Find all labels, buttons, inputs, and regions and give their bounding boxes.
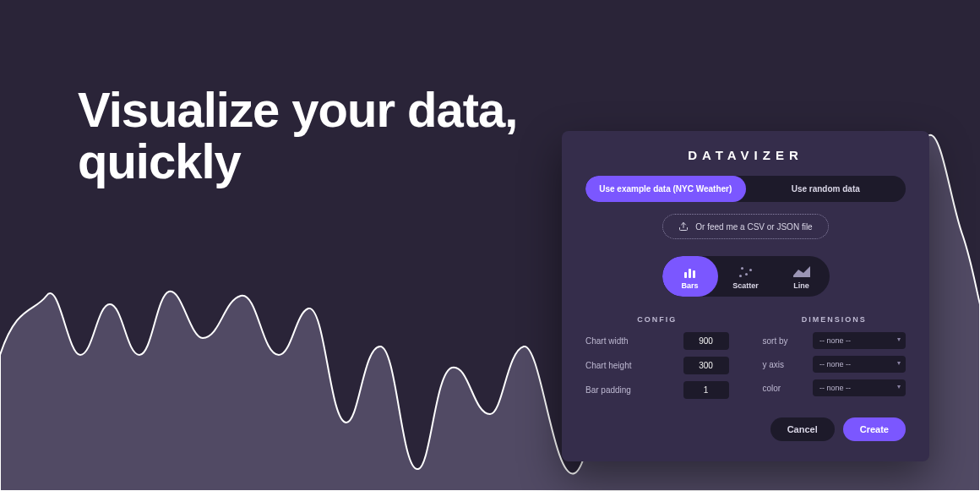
use-random-data-button[interactable]: Use random data (746, 176, 906, 202)
chart-height-label: Chart height (585, 361, 631, 370)
y-axis-label: y axis (763, 360, 785, 369)
dimensions-heading: DIMENSIONS (763, 315, 906, 324)
color-label: color (763, 384, 781, 393)
sort-by-select[interactable]: -- none -- (813, 332, 906, 349)
headline-line2: quickly (78, 136, 517, 188)
config-section: CONFIG Chart width Chart height Bar padd… (585, 315, 729, 406)
line-icon (774, 265, 830, 278)
upload-icon (678, 221, 689, 232)
data-source-toggle: Use example data (NYC Weather) Use rando… (585, 176, 906, 202)
chart-width-label: Chart width (585, 336, 629, 346)
chart-height-input[interactable] (683, 357, 729, 374)
create-button[interactable]: Create (843, 417, 906, 441)
chart-type-scatter[interactable]: Scatter (718, 256, 774, 297)
dimensions-section: DIMENSIONS sort by -- none -- y axis -- … (763, 315, 906, 406)
upload-label: Or feed me a CSV or JSON file (695, 222, 812, 232)
y-axis-select[interactable]: -- none -- (813, 356, 906, 373)
chart-width-input[interactable] (683, 332, 729, 350)
bars-icon (662, 265, 718, 278)
use-example-data-button[interactable]: Use example data (NYC Weather) (585, 176, 746, 202)
sort-by-label: sort by (763, 336, 788, 346)
bar-padding-label: Bar padding (585, 385, 631, 395)
upload-file-button[interactable]: Or feed me a CSV or JSON file (662, 214, 828, 239)
color-select[interactable]: -- none -- (813, 379, 906, 396)
chart-type-toggle: Bars Scatter Line (662, 256, 830, 297)
headline-line1: Visualize your data, (78, 85, 517, 136)
chart-type-bars[interactable]: Bars (662, 256, 718, 297)
chart-type-line[interactable]: Line (774, 256, 830, 297)
bar-padding-input[interactable] (683, 381, 729, 399)
hero-headline: Visualize your data, quickly (78, 85, 517, 188)
cancel-button[interactable]: Cancel (770, 417, 835, 441)
config-heading: CONFIG (585, 315, 729, 324)
datavizer-panel: DATAVIZER Use example data (NYC Weather)… (562, 131, 929, 461)
brand-title: DATAVIZER (585, 148, 906, 162)
scatter-icon (738, 265, 754, 278)
